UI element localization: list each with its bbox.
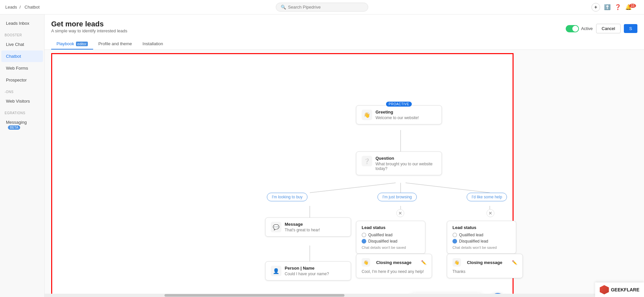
breadcrumb-leads[interactable]: Leads [5,5,17,10]
tabs: Playbook editor Profile and theme Instal… [51,39,637,50]
help-icon[interactable]: ❓ [615,4,621,10]
choice-browsing[interactable]: I'm just browsing [377,193,417,201]
closing-1-subtitle: Cool, I'm here if you need any help! [362,269,426,274]
sidebar-item-chatbot[interactable]: Chatbot [1,50,43,62]
sidebar-item-web-visitors[interactable]: Web Visitors [1,95,43,107]
question-subtitle: What brought you to our website today? [376,162,436,171]
active-label: Active [581,26,592,31]
closing-node-1[interactable]: 👋 Closing message ✏️ Cool, I'm here if y… [356,254,432,278]
close-browsing[interactable]: ✕ [396,209,404,217]
canvas-wrapper[interactable]: PROACTIVE 👋 Greeting Welcome to our webs… [45,50,644,297]
sidebar-section-addons: -ONS [0,86,44,95]
closing-icon-2: 👋 [452,258,461,267]
sidebar-item-web-forms[interactable]: Web Forms [1,62,43,74]
question-icon: ❔ [362,156,372,166]
message-subtitle: That's great to hear! [285,228,320,232]
tab-profile-theme[interactable]: Profile and theme [93,39,137,50]
svg-line-3 [406,183,490,193]
person-node[interactable]: 👤 Person | Name Could I have your name? [265,261,351,280]
scrollbar-thumb[interactable] [164,294,344,297]
active-toggle-wrapper: Active [566,25,592,32]
closing-1-title: Closing message [376,260,411,265]
breadcrumb-current: Chatbot [24,5,40,10]
lead-status-1-title: Lead status [362,225,420,230]
edit-closing-2[interactable]: ✏️ [512,260,517,265]
radio-disqualified-1[interactable] [362,239,366,244]
choice-buy[interactable]: I'm looking to buy [267,193,307,201]
lead-status-2-option1[interactable]: Qualified lead [452,233,511,237]
page-header: Get more leads A simple way to identify … [45,15,644,50]
sidebar-section-booster: BOOSTER [0,29,44,38]
sidebar-section-integrations: EGRATIONS [0,107,44,116]
sidebar-item-live-chat[interactable]: Live Chat [1,39,43,50]
geekflare-badge: GEEKFLARE [595,282,644,297]
page-title: Get more leads [51,20,127,28]
horizontal-scrollbar[interactable] [45,294,644,297]
search-input[interactable] [288,5,361,10]
tab-playbook-editor[interactable]: Playbook editor [51,39,93,50]
radio-qualified-1[interactable] [362,233,366,237]
messaging-badge: BETA [8,125,20,130]
lead-status-2-option2[interactable]: Disqualified lead [452,239,511,244]
lead-status-2[interactable]: Lead status Qualified lead Disqualified … [447,221,516,254]
topbar: Leads / Chatbot 🔍 + ⬆️ ❓ 🔔15 [0,0,644,15]
sidebar: Leads Inbox BOOSTER Live Chat Chatbot We… [0,15,45,297]
page-subtitle: A simple way to identify interested lead… [51,28,127,33]
search-bar[interactable]: 🔍 [276,3,368,12]
question-title: Question [376,156,436,161]
breadcrumb-sep: / [19,5,21,10]
greeting-subtitle: Welcome to our website! [376,116,419,120]
radio-disqualified-2[interactable] [452,239,457,244]
person-title: Person | Name [285,266,329,271]
breadcrumb: Leads / Chatbot [5,5,41,10]
header-actions: Active Cancel S [566,24,637,33]
person-icon: 👤 [271,266,281,276]
message-icon: 💬 [271,222,281,232]
greeting-icon: 👋 [362,110,372,120]
geekflare-label: GEEKFLARE [611,287,639,292]
cancel-button[interactable]: Cancel [596,24,621,33]
lead-status-2-note: Chat details won't be saved [452,246,511,249]
edit-closing-1[interactable]: ✏️ [421,260,426,265]
search-icon: 🔍 [281,5,286,10]
proactive-badge: PROACTIVE [386,102,412,107]
tab-installation[interactable]: Installation [137,39,168,50]
add-button[interactable]: + [591,3,600,12]
closing-icon-1: 👋 [362,258,370,267]
sidebar-item-messaging[interactable]: Messaging BETA [1,116,43,133]
person-subtitle: Could I have your name? [285,272,329,276]
tab-editor-highlight: editor [76,42,88,46]
notification-icon[interactable]: 🔔15 [625,4,639,10]
message-node[interactable]: 💬 Message That's great to hear! [265,217,351,237]
lead-status-1[interactable]: Lead status Qualified lead Disqualified … [356,221,425,254]
greeting-node[interactable]: PROACTIVE 👋 Greeting Welcome to our webs… [356,105,442,124]
closing-2-subtitle: Thanks [452,269,517,274]
geekflare-logo [600,285,609,294]
closing-2-title: Closing message [467,260,502,265]
topbar-actions: + ⬆️ ❓ 🔔15 [591,3,639,12]
close-help[interactable]: ✕ [486,209,494,217]
lead-status-1-option1[interactable]: Qualified lead [362,233,420,237]
active-toggle[interactable] [566,25,579,32]
svg-line-1 [310,183,396,193]
closing-node-2[interactable]: 👋 Closing message ✏️ Thanks [447,254,523,278]
lead-status-1-note: Chat details won't be saved [362,246,420,249]
lead-status-1-option2[interactable]: Disqualified lead [362,239,420,244]
share-icon[interactable]: ⬆️ [604,4,611,10]
question-node[interactable]: ❔ Question What brought you to our websi… [356,151,442,175]
sidebar-item-leads-inbox[interactable]: Leads Inbox [1,17,43,29]
app-layout: Leads Inbox BOOSTER Live Chat Chatbot We… [0,15,644,297]
lead-status-2-title: Lead status [452,225,511,230]
save-button[interactable]: S [624,24,637,33]
message-title: Message [285,222,320,227]
radio-qualified-2[interactable] [452,233,457,237]
flow-connectors [52,54,513,297]
flow-canvas: PROACTIVE 👋 Greeting Welcome to our webs… [51,53,514,297]
notification-badge: 15 [629,4,636,8]
sidebar-item-prospector[interactable]: Prospector [1,74,43,86]
main-content: Get more leads A simple way to identify … [45,15,644,297]
greeting-title: Greeting [376,110,419,115]
choice-help[interactable]: I'd like some help [467,193,507,201]
